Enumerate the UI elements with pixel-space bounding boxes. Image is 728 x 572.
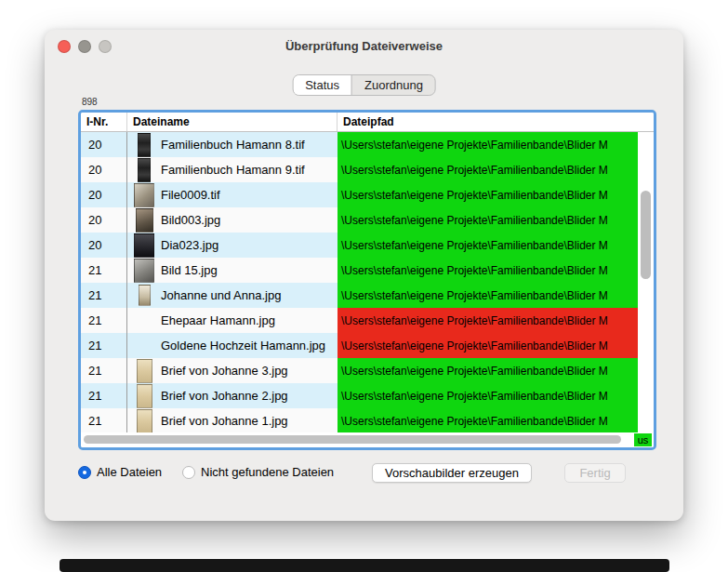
column-header-dateipfad[interactable]: Dateipfad: [338, 113, 654, 131]
cell-inr: 20: [81, 233, 127, 258]
filename-label: Familienbuch Hamann 9.tif: [161, 163, 305, 177]
dock-bar: [60, 559, 669, 572]
fertig-button[interactable]: Fertig: [564, 463, 626, 483]
thumbnail-box: [127, 183, 161, 207]
cell-inr: 21: [81, 408, 127, 433]
radio-button-selected-icon[interactable]: [78, 466, 91, 479]
table-header: I-Nr. Dateiname Dateipfad: [81, 113, 654, 132]
window-title: Überprüfung Dateiverweise: [45, 30, 683, 53]
thumbnail-image: [139, 285, 151, 306]
radio-alle-dateien[interactable]: Alle Dateien: [78, 465, 162, 479]
thumbnail-image: [137, 409, 152, 433]
radio-nicht-gefundene-dateien[interactable]: Nicht gefundene Dateien: [182, 465, 334, 479]
table-row[interactable]: 21Bild 15.jpg\Users\stefan\eigene Projek…: [81, 258, 654, 283]
thumbnail-box: [127, 409, 161, 433]
thumbnail-box: [127, 259, 161, 283]
cell-dateiname: Ehepaar Hamann.jpg: [127, 308, 338, 333]
cell-dateipfad: \Users\stefan\eigene Projekte\Familienba…: [338, 258, 638, 283]
table-row[interactable]: 20Familienbuch Hamann 9.tif\Users\stefan…: [81, 157, 654, 182]
cell-dateiname: Bild 15.jpg: [127, 258, 338, 283]
cell-dateipfad: \Users\stefan\eigene Projekte\Familienba…: [338, 182, 638, 207]
table-row[interactable]: 21Brief von Johanne 3.jpg\Users\stefan\e…: [81, 358, 654, 383]
record-count: 898: [82, 97, 98, 107]
thumbnail-image: [137, 384, 152, 408]
thumbnail-image: [134, 233, 154, 258]
cell-dateiname: Brief von Johanne 1.jpg: [127, 408, 338, 433]
cell-dateiname: Familienbuch Hamann 9.tif: [127, 157, 338, 182]
file-table: I-Nr. Dateiname Dateipfad 20Familienbuch…: [78, 110, 656, 450]
thumbnail-box: [127, 208, 161, 233]
cell-dateiname: Brief von Johanne 3.jpg: [127, 358, 338, 383]
vertical-scrollbar[interactable]: [641, 191, 651, 279]
tab-bar: Status Zuordnung: [292, 74, 436, 96]
scroll-corner-chip: us: [634, 433, 652, 446]
vorschaubilder-erzeugen-button[interactable]: Vorschaubilder erzeugen: [372, 463, 532, 483]
filename-label: Goldene Hochzeit Hamann.jpg: [161, 339, 325, 353]
minimize-button[interactable]: [78, 40, 91, 53]
thumbnail-box: [127, 359, 161, 383]
cell-dateipfad: \Users\stefan\eigene Projekte\Familienba…: [338, 308, 638, 333]
thumbnail-image: [138, 133, 151, 157]
cell-inr: 21: [81, 383, 127, 408]
filename-label: Brief von Johanne 2.jpg: [161, 389, 288, 403]
table-row[interactable]: 20Dia023.jpg\Users\stefan\eigene Projekt…: [81, 233, 654, 258]
table-row[interactable]: 21Brief von Johanne 2.jpg\Users\stefan\e…: [81, 383, 654, 408]
filename-label: Johanne und Anna.jpg: [161, 288, 281, 302]
thumbnail-box: [127, 233, 161, 258]
table-row[interactable]: 21Johanne und Anna.jpg\Users\stefan\eige…: [81, 283, 654, 308]
cell-inr: 20: [81, 157, 127, 182]
table-row[interactable]: 20Bild003.jpg\Users\stefan\eigene Projek…: [81, 207, 654, 233]
table-row[interactable]: 21Goldene Hochzeit Hamann.jpg\Users\stef…: [81, 333, 654, 358]
cell-dateipfad: \Users\stefan\eigene Projekte\Familienba…: [338, 383, 638, 408]
thumbnail-box: [127, 285, 161, 306]
table-body: 20Familienbuch Hamann 8.tif\Users\stefan…: [81, 132, 654, 433]
column-header-dateiname[interactable]: Dateiname: [127, 113, 338, 131]
cell-inr: 20: [81, 182, 127, 207]
thumbnail-image: [137, 359, 152, 383]
cell-dateipfad: \Users\stefan\eigene Projekte\Familienba…: [338, 207, 638, 233]
filename-label: File0009.tif: [161, 188, 220, 202]
cell-inr: 21: [81, 283, 127, 308]
table-row[interactable]: 20File0009.tif\Users\stefan\eigene Proje…: [81, 182, 654, 207]
cell-dateipfad: \Users\stefan\eigene Projekte\Familienba…: [338, 157, 638, 182]
column-header-inr[interactable]: I-Nr.: [81, 113, 127, 131]
tab-zuordnung[interactable]: Zuordnung: [351, 75, 435, 95]
thumbnail-box: [127, 384, 161, 408]
horizontal-scrollbar[interactable]: [84, 435, 621, 444]
table-row[interactable]: 21Ehepaar Hamann.jpg\Users\stefan\eigene…: [81, 308, 654, 333]
cell-inr: 20: [81, 132, 127, 157]
radio-button-icon[interactable]: [182, 466, 195, 479]
cell-inr: 20: [81, 207, 127, 233]
cell-dateiname: Brief von Johanne 2.jpg: [127, 383, 338, 408]
zoom-button[interactable]: [99, 40, 112, 53]
filename-label: Ehepaar Hamann.jpg: [161, 313, 275, 327]
desktop: Überprüfung Dateiverweise Status Zuordnu…: [0, 0, 728, 572]
titlebar: Überprüfung Dateiverweise: [45, 30, 683, 61]
cell-dateipfad: \Users\stefan\eigene Projekte\Familienba…: [338, 132, 638, 157]
cell-dateipfad: \Users\stefan\eigene Projekte\Familienba…: [338, 408, 638, 433]
cell-dateipfad: \Users\stefan\eigene Projekte\Familienba…: [338, 333, 638, 358]
thumbnail-box: [127, 133, 161, 157]
footer-bar: Alle Dateien Nicht gefundene Dateien Vor…: [78, 463, 656, 484]
thumbnail-image: [134, 183, 154, 207]
tab-status[interactable]: Status: [293, 75, 351, 95]
table-row[interactable]: 20Familienbuch Hamann 8.tif\Users\stefan…: [81, 132, 654, 157]
cell-dateiname: Dia023.jpg: [127, 233, 338, 258]
filename-label: Bild003.jpg: [161, 213, 220, 227]
cell-inr: 21: [81, 308, 127, 333]
cell-dateiname: Familienbuch Hamann 8.tif: [127, 132, 338, 157]
cell-inr: 21: [81, 333, 127, 358]
thumbnail-image: [138, 158, 151, 182]
cell-dateiname: Johanne und Anna.jpg: [127, 283, 338, 308]
cell-inr: 21: [81, 258, 127, 283]
table-row[interactable]: 21Brief von Johanne 1.jpg\Users\stefan\e…: [81, 408, 654, 433]
cell-dateiname: Bild003.jpg: [127, 207, 338, 233]
traffic-lights: [58, 40, 112, 53]
filename-label: Dia023.jpg: [161, 238, 218, 252]
close-button[interactable]: [58, 40, 71, 53]
radio-label: Nicht gefundene Dateien: [201, 465, 334, 479]
cell-dateipfad: \Users\stefan\eigene Projekte\Familienba…: [338, 233, 638, 258]
cell-inr: 21: [81, 358, 127, 383]
cell-dateiname: File0009.tif: [127, 182, 338, 207]
thumbnail-image: [136, 208, 153, 233]
